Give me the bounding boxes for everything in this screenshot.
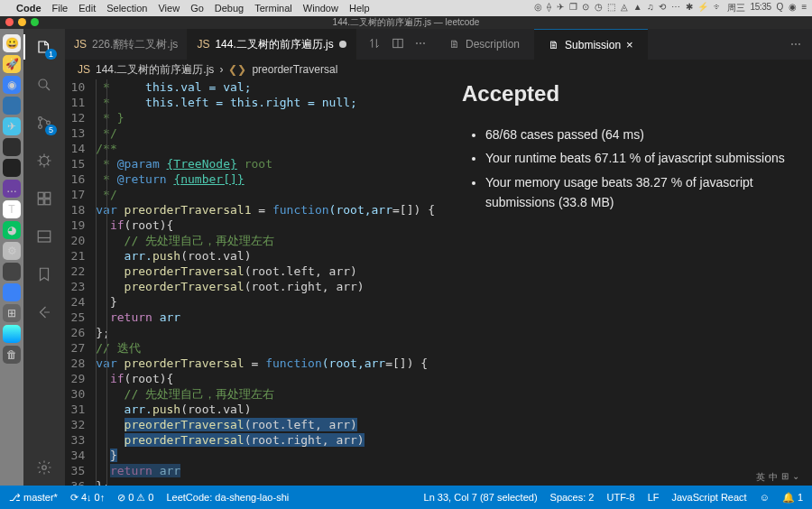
git-branch[interactable]: ⎇ master* (9, 492, 58, 504)
tab-description[interactable]: 🗎Description (435, 29, 534, 60)
dock-chrome-icon[interactable]: ◉ (3, 76, 21, 94)
minimize-window-icon[interactable] (18, 18, 26, 26)
menu-view[interactable]: View (158, 3, 180, 14)
language-mode[interactable]: JavaScript React (671, 492, 746, 503)
dock-item[interactable]: … (3, 180, 21, 198)
svg-rect-8 (45, 199, 51, 205)
menu-go[interactable]: Go (190, 3, 204, 14)
status-bar: ⎇ master* ⟳ 4↓ 0↑ ⊘ 0 ⚠ 0 LeetCode: da-s… (0, 486, 812, 509)
leetcode-user[interactable]: LeetCode: da-sheng-lao-shi (166, 492, 289, 503)
tab-submission[interactable]: 🗎Submission× (534, 29, 648, 60)
breadcrumb[interactable]: JS 144.二叉树的前序遍历.js › ❮❯ preorderTraversa… (65, 60, 435, 79)
problems[interactable]: ⊘ 0 ⚠ 0 (117, 492, 153, 504)
line-gutter: 10 11 12 13 14 15 16 17 18 19 20 21 22 2… (65, 79, 96, 486)
svg-rect-9 (38, 231, 51, 242)
search-icon[interactable] (33, 74, 55, 96)
ime-indicator[interactable]: 英中⊞⌄ (752, 469, 803, 486)
result-tabs: 🗎Description 🗎Submission× ⋯ (435, 29, 812, 60)
dock-terminal-icon[interactable] (3, 138, 21, 156)
cursor-position[interactable]: Ln 33, Col 7 (87 selected) (424, 492, 538, 503)
editor-tabs: JS226.翻转二叉树.js JS144.二叉树的前序遍历.js ⋯ (65, 29, 435, 60)
code-content[interactable]: * this.val = val; * this.left = this.rig… (96, 79, 435, 486)
js-icon: JS (78, 63, 90, 76)
dock-trash-icon[interactable]: 🗑 (3, 346, 21, 364)
encoding[interactable]: UTF-8 (606, 492, 634, 503)
svg-rect-7 (38, 199, 43, 205)
eol[interactable]: LF (648, 492, 660, 503)
macos-tray[interactable]: ◎⟠✈❐⊙◷⬚◬▲♫⟲⋯✱⚡ᯤ周三15:35Q◉≡ (534, 2, 807, 14)
dock-item[interactable]: ⚙ (3, 242, 21, 260)
tab-label: Description (466, 38, 520, 51)
menu-file[interactable]: File (52, 3, 69, 14)
svg-rect-5 (38, 192, 43, 198)
split-editor-icon[interactable] (392, 37, 404, 52)
close-icon[interactable]: × (626, 38, 633, 51)
svg-point-1 (39, 117, 42, 121)
svg-rect-6 (45, 192, 51, 198)
extensions-icon[interactable] (33, 188, 55, 209)
vscode-activity-bar: 1 5 (23, 29, 65, 486)
app-name[interactable]: Code (16, 3, 42, 14)
notifications[interactable]: 🔔 1 (782, 492, 803, 504)
tab-file-144[interactable]: JS144.二叉树的前序遍历.js (188, 29, 355, 60)
code-editor[interactable]: 10 11 12 13 14 15 16 17 18 19 20 21 22 2… (65, 79, 435, 486)
menu-debug[interactable]: Debug (215, 3, 244, 14)
settings-gear-icon[interactable] (33, 457, 55, 478)
scm-icon[interactable]: 5 (33, 112, 55, 134)
tab-label: 144.二叉树的前序遍历.js (215, 37, 333, 52)
close-window-icon[interactable] (5, 18, 14, 26)
macos-menubar: Code File Edit Selection View Go Debug T… (0, 0, 812, 16)
result-cases: 68/68 cases passed (64 ms) (485, 125, 785, 144)
feedback-icon[interactable]: ☺ (760, 492, 770, 503)
dock-item[interactable] (3, 159, 21, 177)
function-icon: ❮❯ (228, 63, 246, 76)
dock-item[interactable]: ✈ (3, 117, 21, 135)
result-runtime: Your runtime beats 67.11 % of javascript… (485, 148, 785, 168)
menu-window[interactable]: Window (303, 3, 338, 14)
dock-item[interactable]: 🚀 (3, 55, 21, 73)
submission-result: Accepted 68/68 cases passed (64 ms) Your… (435, 60, 812, 217)
leetcode-icon[interactable] (33, 301, 55, 323)
compare-icon[interactable] (368, 37, 381, 52)
tab-label: 226.翻转二叉树.js (92, 37, 178, 52)
explorer-badge: 1 (45, 49, 57, 60)
maximize-window-icon[interactable] (31, 18, 39, 26)
dock-item[interactable] (3, 97, 21, 115)
dock-item[interactable] (3, 263, 21, 281)
dock-wechat-icon[interactable]: ◕ (3, 221, 21, 239)
explorer-icon[interactable]: 1 (33, 36, 55, 58)
tab-label: Submission (565, 39, 621, 51)
dock-item[interactable]: T (3, 200, 21, 218)
traffic-lights[interactable] (5, 18, 39, 26)
window-titlebar: 144.二叉树的前序遍历.js — leetcode (0, 16, 812, 29)
bookmark-icon[interactable] (33, 264, 55, 285)
dock-item[interactable]: ⊞ (3, 304, 21, 322)
breadcrumb-symbol[interactable]: preorderTraversal (252, 63, 337, 76)
result-memory: Your memory usage beats 38.27 % of javas… (485, 172, 785, 213)
breadcrumb-file[interactable]: 144.二叉树的前序遍历.js (96, 62, 214, 78)
file-icon: 🗎 (449, 38, 460, 51)
dock-finder-icon[interactable]: 😀 (3, 34, 21, 52)
svg-point-10 (42, 466, 47, 470)
svg-point-2 (39, 125, 42, 129)
dock-item[interactable] (3, 325, 21, 343)
tab-file-226[interactable]: JS226.翻转二叉树.js (65, 29, 188, 60)
git-sync[interactable]: ⟳ 4↓ 0↑ (70, 492, 105, 504)
more-icon[interactable]: ⋯ (415, 37, 426, 52)
more-icon[interactable]: ⋯ (790, 38, 801, 51)
menu-terminal[interactable]: Terminal (254, 3, 292, 14)
scm-badge: 5 (45, 125, 57, 135)
menu-selection[interactable]: Selection (106, 3, 147, 14)
menu-edit[interactable]: Edit (78, 3, 96, 14)
indentation[interactable]: Spaces: 2 (550, 492, 595, 503)
menu-help[interactable]: Help (349, 3, 370, 14)
unsaved-dot-icon (339, 41, 346, 48)
panel-icon[interactable] (33, 226, 55, 247)
file-icon: 🗎 (549, 39, 559, 51)
window-title: 144.二叉树的前序遍历.js — leetcode (333, 17, 480, 27)
macos-dock[interactable]: 😀 🚀 ◉ ✈ … T ◕ ⚙ ⊞ 🗑 (0, 29, 23, 486)
result-title: Accepted (462, 81, 785, 106)
dock-item[interactable] (3, 283, 21, 301)
chevron-right-icon: › (219, 63, 223, 76)
debug-icon[interactable] (33, 150, 55, 171)
